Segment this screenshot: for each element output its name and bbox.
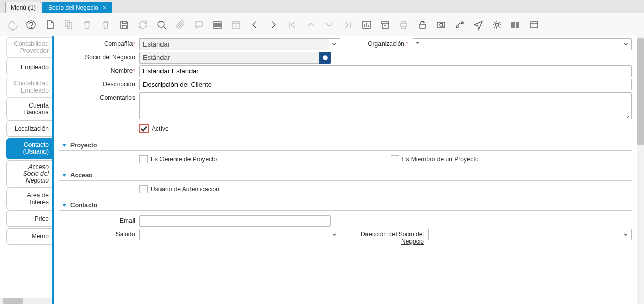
checkbox-auth[interactable]	[139, 185, 148, 193]
chevron-left-icon	[249, 19, 260, 31]
first-button[interactable]	[285, 18, 299, 32]
input-saludo[interactable]	[139, 229, 329, 240]
settings-button[interactable]	[490, 18, 504, 32]
chevron-down-icon	[331, 41, 338, 48]
help-button[interactable]	[24, 18, 38, 32]
save-button[interactable]	[117, 18, 131, 32]
send-button[interactable]	[471, 18, 486, 32]
archive-button[interactable]	[378, 18, 392, 32]
document-icon	[44, 19, 55, 31]
tab-localizacion[interactable]: Localización	[6, 120, 52, 137]
undo-button[interactable]	[5, 18, 20, 32]
down-button[interactable]	[322, 18, 336, 32]
tab-acceso-socio[interactable]: Acceso Socio del Negocio	[6, 160, 52, 188]
calendar-button[interactable]: 31	[229, 18, 243, 32]
input-comentarios[interactable]	[139, 92, 632, 119]
paperclip-icon	[174, 19, 186, 31]
svg-rect-8	[232, 22, 240, 28]
new-button[interactable]	[42, 18, 57, 32]
input-direccion[interactable]	[428, 229, 620, 240]
tab-empleado[interactable]: Empleado	[6, 59, 52, 75]
copy-button[interactable]	[61, 18, 76, 32]
send-icon	[473, 19, 484, 31]
check-miembro[interactable]: Es Miembro de un Proyecto	[391, 155, 632, 163]
print-button[interactable]	[397, 18, 411, 32]
trash-icon	[100, 19, 111, 31]
report-button[interactable]	[359, 18, 374, 32]
tab-contabilidad-proveedor[interactable]: Contabilidad Proveedor	[6, 37, 52, 58]
field-organizacion[interactable]	[413, 38, 632, 50]
form-panel: Compañía* Organización.*	[54, 36, 637, 304]
chevron-down-icon	[623, 41, 629, 48]
prev-button[interactable]	[247, 18, 262, 32]
next-button[interactable]	[266, 18, 281, 32]
field-socio[interactable]	[139, 52, 331, 64]
input-email[interactable]	[139, 215, 331, 227]
dropdown-button[interactable]	[620, 229, 632, 240]
tab-cuenta-bancaria[interactable]: Cuenta Bancaria	[6, 99, 52, 119]
attach-button[interactable]	[173, 18, 187, 32]
refresh-icon	[137, 19, 149, 31]
field-compania[interactable]	[139, 38, 340, 50]
chevron-last-icon	[342, 19, 354, 31]
collapse-icon	[62, 174, 66, 177]
label-comentarios: Comentarios	[59, 92, 139, 101]
label-nombre: Nombre*	[59, 65, 139, 74]
tab-area-interes[interactable]: Area de Interés	[6, 189, 52, 209]
tool1-button[interactable]	[508, 18, 523, 32]
up-button[interactable]	[303, 18, 318, 32]
help-icon	[25, 19, 37, 31]
tool2-button[interactable]	[527, 18, 541, 32]
input-socio[interactable]	[139, 52, 319, 64]
side-scrollbar[interactable]	[0, 298, 52, 304]
field-saludo[interactable]	[139, 229, 340, 240]
lock-button[interactable]	[415, 18, 430, 32]
tab-contacto-usuario[interactable]: Contacto (Usuario)	[6, 138, 52, 159]
check-auth[interactable]: Usuario de Autenticación	[59, 185, 632, 193]
tab-price[interactable]: Price	[6, 210, 52, 227]
workflow-button[interactable]	[452, 18, 467, 32]
delete-button[interactable]	[80, 18, 94, 32]
delete2-button[interactable]	[98, 18, 113, 32]
refresh-button[interactable]	[136, 18, 150, 32]
input-organizacion[interactable]	[413, 38, 620, 50]
label-direccion: Dirección del Socio del Negocio	[350, 229, 428, 245]
record-tabs: Contabilidad Proveedor Empleado Contabil…	[0, 36, 52, 304]
dropdown-button[interactable]	[620, 38, 632, 50]
dropdown-button[interactable]	[329, 38, 340, 50]
grid-button[interactable]	[210, 18, 225, 32]
svg-text:31: 31	[235, 25, 238, 28]
svg-rect-5	[214, 22, 221, 23]
check-gerente[interactable]: Es Gerente de Proyecto	[139, 155, 380, 163]
checkbox-gerente[interactable]	[139, 155, 148, 163]
section-proyecto[interactable]: Proyecto	[59, 140, 632, 151]
chat-button[interactable]	[192, 18, 206, 32]
tab-memo[interactable]: Memo	[6, 228, 52, 245]
window-tab-menu[interactable]: Menú (1)	[5, 2, 41, 13]
gear-icon	[491, 19, 503, 31]
section-contacto[interactable]: Contacto	[59, 200, 632, 211]
main-toolbar: 31	[0, 13, 644, 36]
checkbox-activo[interactable]	[139, 124, 149, 133]
checkbox-miembro[interactable]	[391, 155, 399, 163]
rows-icon	[212, 19, 223, 31]
input-compania[interactable]	[139, 38, 329, 50]
window-tab-socio[interactable]: Socio del Negocio ×	[42, 2, 112, 13]
section-acceso[interactable]: Acceso	[59, 170, 632, 181]
lookup-button[interactable]	[319, 52, 331, 64]
field-direccion[interactable]	[428, 229, 632, 240]
dropdown-button[interactable]	[329, 229, 340, 240]
tab-contabilidad-empleado[interactable]: Contabilidad Empleado	[6, 77, 52, 97]
window-tabs: Menú (1) Socio del Negocio ×	[0, 0, 644, 13]
last-button[interactable]	[341, 18, 355, 32]
search-button[interactable]	[154, 18, 169, 32]
chevron-down-icon	[331, 232, 338, 238]
label-activo: Activo	[152, 125, 169, 132]
label-compania: Compañía*	[59, 38, 139, 50]
unlock-icon	[417, 19, 428, 31]
close-icon[interactable]: ×	[103, 4, 107, 12]
input-descripcion[interactable]	[139, 79, 632, 90]
input-nombre[interactable]	[139, 65, 632, 77]
page-scrollbar[interactable]	[637, 36, 644, 304]
zoom-button[interactable]	[434, 18, 448, 32]
